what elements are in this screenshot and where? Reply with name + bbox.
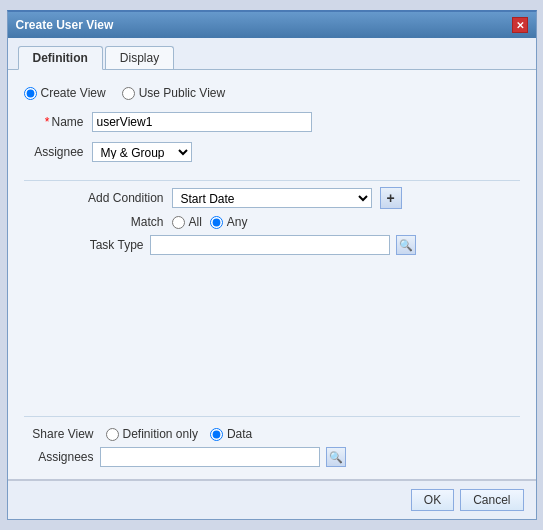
create-view-label: Create View (41, 86, 106, 100)
match-row: Match All Any (24, 215, 520, 229)
create-view-radio[interactable] (24, 87, 37, 100)
assignees-label: Assignees (30, 450, 94, 464)
use-public-option[interactable]: Use Public View (122, 86, 225, 100)
task-type-label: Task Type (84, 238, 144, 252)
match-any-radio[interactable] (210, 216, 223, 229)
use-public-radio[interactable] (122, 87, 135, 100)
dialog-titlebar: Create User View ✕ (8, 12, 536, 38)
tab-bar: Definition Display (8, 38, 536, 70)
data-option[interactable]: Data (210, 427, 252, 441)
definition-only-radio[interactable] (106, 428, 119, 441)
assignee-row: Assignee My & Group Me Group All (24, 142, 520, 162)
dialog-body: Definition Display Create View Use Publi… (8, 38, 536, 479)
match-any-label: Any (227, 215, 248, 229)
definition-only-label: Definition only (123, 427, 198, 441)
search-icon: 🔍 (399, 239, 413, 252)
share-view-row: Share View Definition only Data (24, 427, 520, 441)
match-all-option[interactable]: All (172, 215, 202, 229)
data-radio[interactable] (210, 428, 223, 441)
match-label: Match (84, 215, 164, 229)
tab-definition[interactable]: Definition (18, 46, 103, 70)
assignees-search-icon: 🔍 (329, 451, 343, 464)
share-section: Share View Definition only Data Assignee… (24, 416, 520, 467)
match-any-option[interactable]: Any (210, 215, 248, 229)
add-condition-button[interactable]: + (380, 187, 402, 209)
dialog-title: Create User View (16, 18, 114, 32)
condition-select[interactable]: Start Date End Date Priority Status Task… (172, 188, 372, 208)
condition-section: Add Condition Start Date End Date Priori… (24, 180, 520, 261)
match-all-label: All (189, 215, 202, 229)
dialog-footer: OK Cancel (8, 479, 536, 519)
task-type-input[interactable] (150, 235, 390, 255)
tab-display[interactable]: Display (105, 46, 174, 69)
definition-only-option[interactable]: Definition only (106, 427, 198, 441)
use-public-label: Use Public View (139, 86, 225, 100)
content-area: Create View Use Public View *Name Assign… (8, 70, 536, 479)
create-view-option[interactable]: Create View (24, 86, 106, 100)
add-condition-row: Add Condition Start Date End Date Priori… (24, 187, 520, 209)
cancel-button[interactable]: Cancel (460, 489, 523, 511)
ok-button[interactable]: OK (411, 489, 454, 511)
close-button[interactable]: ✕ (512, 17, 528, 33)
assignee-select[interactable]: My & Group Me Group All (92, 142, 192, 162)
required-star: * (45, 115, 50, 129)
name-input[interactable] (92, 112, 312, 132)
create-user-view-dialog: Create User View ✕ Definition Display Cr… (7, 10, 537, 520)
task-type-search-button[interactable]: 🔍 (396, 235, 416, 255)
assignees-input[interactable] (100, 447, 320, 467)
view-type-row: Create View Use Public View (24, 82, 520, 104)
assignees-row: Assignees 🔍 (24, 447, 520, 467)
assignees-search-button[interactable]: 🔍 (326, 447, 346, 467)
match-all-radio[interactable] (172, 216, 185, 229)
assignee-label: Assignee (24, 145, 84, 159)
name-label: *Name (24, 115, 84, 129)
add-condition-label: Add Condition (84, 191, 164, 205)
task-type-row: Task Type 🔍 (24, 235, 520, 255)
share-view-label: Share View (24, 427, 94, 441)
data-label: Data (227, 427, 252, 441)
name-row: *Name (24, 112, 520, 132)
